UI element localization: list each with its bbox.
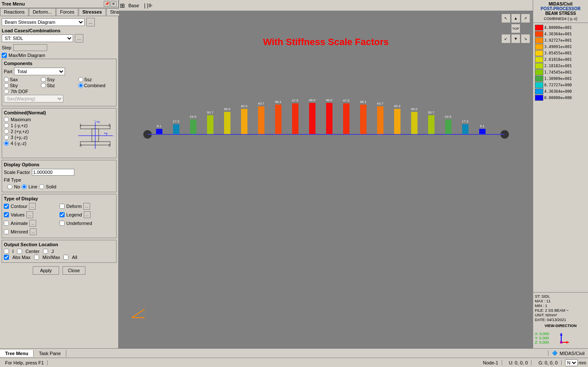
- output-center-checkbox[interactable]: [17, 249, 22, 254]
- view-btn-2[interactable]: ▲: [511, 14, 520, 23]
- svg-text:30.7: 30.7: [428, 111, 435, 114]
- color-box-0: [535, 25, 543, 31]
- panel-pin-button[interactable]: 📌: [104, 1, 110, 7]
- bottom-tabs: Tree Menu Task Pane 🔷 MIDAS/Civil: [0, 348, 588, 358]
- radio-2[interactable]: [4, 129, 9, 134]
- tab-reactions[interactable]: Reactions: [0, 8, 28, 16]
- radio-sbz[interactable]: [41, 83, 46, 88]
- values-dots[interactable]: ...: [26, 211, 33, 218]
- part-select[interactable]: Total: [14, 68, 65, 75]
- animate-checkbox[interactable]: [4, 221, 9, 226]
- svg-rect-34: [309, 103, 315, 134]
- animate-dots[interactable]: ...: [29, 220, 36, 227]
- mirrored-row: Mirrored ...: [4, 228, 59, 235]
- animate-label: Animate: [11, 221, 28, 226]
- action-buttons: Apply Close: [2, 266, 116, 275]
- legend-unit-row: UNIT: N/mm²: [535, 313, 586, 317]
- undeformed-checkbox[interactable]: [60, 221, 65, 226]
- viewport-canvas[interactable]: With Stiffness Scale Factors ↖ ▲ ↗ TOP ↙…: [119, 11, 533, 348]
- legend-y-row: Y: 0.000: [535, 336, 549, 340]
- legend-label: Legend: [66, 212, 82, 217]
- close-button[interactable]: Close: [62, 266, 85, 275]
- bottom-tab-tree-menu[interactable]: Tree Menu: [0, 350, 34, 357]
- output-minmax-checkbox[interactable]: [34, 255, 39, 260]
- fill-solid-radio[interactable]: [39, 184, 44, 189]
- view-btn-5[interactable]: ▼: [511, 34, 520, 43]
- legend-unit-value: N/mm²: [545, 313, 557, 317]
- viewport: ⊞ Base | |⊪ With Stiffness Scale Factors…: [119, 0, 533, 348]
- status-direction-select[interactable]: N: [565, 359, 578, 366]
- radio-maximum[interactable]: [4, 117, 9, 122]
- view-btn-3[interactable]: ↗: [521, 14, 530, 23]
- max-radio-row: Maximum: [4, 117, 74, 122]
- output-all-label: All: [72, 255, 77, 260]
- mirrored-checkbox[interactable]: [4, 229, 9, 234]
- diagram-type-select[interactable]: Beam Stresses Diagram: [2, 18, 85, 26]
- radio-3[interactable]: [4, 135, 9, 140]
- tab-deform[interactable]: Deform...: [29, 8, 56, 16]
- apply-button[interactable]: Apply: [33, 266, 59, 275]
- view-btn-4[interactable]: ↙: [501, 34, 511, 43]
- diagram-type-dots-button[interactable]: ...: [86, 18, 95, 26]
- radio-sby[interactable]: [4, 83, 9, 88]
- view-btn-1[interactable]: ↖: [501, 14, 511, 23]
- legend-x-value: 0.000: [540, 332, 549, 336]
- view-btn-6[interactable]: ↘: [521, 34, 530, 43]
- deform-checkbox[interactable]: [60, 204, 65, 209]
- legend-combined: COMBINED4 (-y,-z): [535, 17, 586, 21]
- load-case-dots-button[interactable]: ...: [75, 34, 83, 43]
- warping-select[interactable]: Sax(Warping): [4, 95, 63, 102]
- midas-label[interactable]: MIDAS/Civil: [560, 351, 585, 356]
- left-panel: Tree Menu 📌 ✕ Reactions Deform... Forces…: [0, 0, 119, 348]
- radio-4[interactable]: [4, 141, 9, 146]
- combined-content: Maximum 1 (-y,+z) 2 (+y,+z): [4, 117, 114, 156]
- svg-rect-48: [428, 115, 435, 134]
- fill-line-radio[interactable]: [22, 184, 27, 189]
- legend-checkbox[interactable]: [60, 212, 65, 217]
- radio-ssy[interactable]: [41, 77, 46, 82]
- contour-dots[interactable]: ...: [29, 203, 36, 210]
- panel-close-button[interactable]: ✕: [111, 1, 116, 7]
- fill-no-label: No: [14, 184, 20, 189]
- view-btn-top[interactable]: TOP: [511, 24, 520, 33]
- output-i-checkbox[interactable]: [4, 249, 9, 254]
- radio-1[interactable]: [4, 123, 9, 128]
- color-row-1: 4.36364e+001: [535, 31, 586, 37]
- maxmin-checkbox[interactable]: [2, 53, 7, 58]
- radio-ssz[interactable]: [78, 77, 83, 82]
- color-row-6: 2.18182e+001: [535, 63, 586, 69]
- svg-text:48.0: 48.0: [326, 98, 332, 102]
- load-case-select[interactable]: ST: SIDL: [2, 34, 73, 42]
- radio-combined-item: Combined: [78, 83, 114, 88]
- tab-stresses[interactable]: Stresses: [79, 8, 106, 16]
- radio-sax-item: Sax: [4, 77, 40, 82]
- output-j-checkbox[interactable]: [43, 249, 48, 254]
- legend-dots[interactable]: ...: [84, 211, 91, 218]
- bottom-tab-task-pane[interactable]: Task Pane: [34, 350, 66, 357]
- svg-text:30.7: 30.7: [207, 111, 213, 114]
- step-input[interactable]: [13, 44, 47, 51]
- output-all-checkbox[interactable]: [63, 255, 68, 260]
- svg-rect-26: [241, 109, 247, 134]
- fill-no-radio[interactable]: [7, 184, 12, 189]
- display-options-section: Display Options Scale Factor 1.000000 Fi…: [2, 160, 116, 192]
- mirrored-dots[interactable]: ...: [30, 228, 37, 235]
- values-checkbox[interactable]: [4, 212, 9, 217]
- radio-sax[interactable]: [4, 77, 9, 82]
- deform-dots[interactable]: ...: [83, 203, 90, 210]
- color-value-5: 2.61818e+001: [544, 57, 572, 62]
- tab-bar: Reactions Deform... Forces Stresses Stra…: [0, 8, 118, 16]
- color-box-3: [535, 44, 543, 50]
- legend-header: MIDAS/Civil POST-PROCESSOR BEAM STRESS C…: [533, 0, 588, 23]
- svg-text:24.5: 24.5: [445, 115, 452, 119]
- svg-text:36.0: 36.0: [411, 107, 418, 111]
- radio-combined[interactable]: [78, 83, 83, 88]
- tab-forces[interactable]: Forces: [56, 8, 78, 16]
- output-absmax-checkbox[interactable]: [4, 255, 9, 260]
- scale-factor-input[interactable]: 1.000000: [32, 169, 74, 176]
- svg-line-57: [132, 309, 145, 318]
- contour-checkbox[interactable]: [4, 204, 9, 209]
- svg-rect-42: [377, 106, 383, 134]
- radio-7th[interactable]: [4, 89, 9, 94]
- color-value-2: 3.92727e+001: [544, 38, 572, 43]
